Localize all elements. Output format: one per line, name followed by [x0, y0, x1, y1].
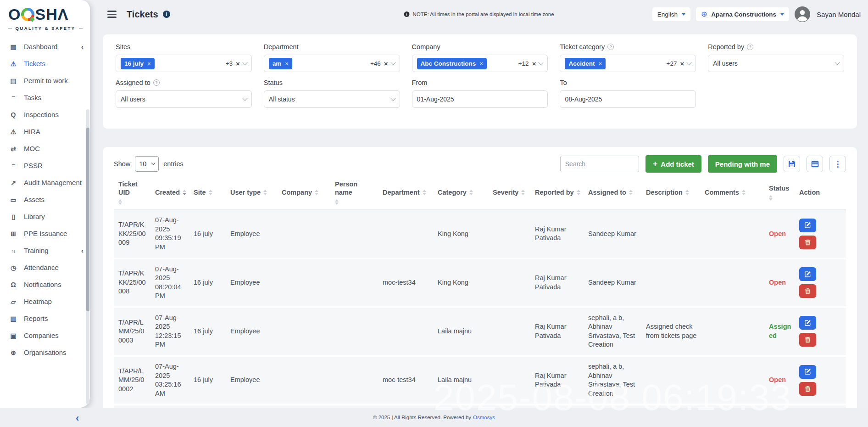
sidebar-item-attendance[interactable]: ◷Attendance: [0, 259, 90, 276]
sort-icon: [335, 199, 339, 205]
clear-icon[interactable]: ×: [680, 60, 684, 67]
show-label: Show: [114, 160, 130, 168]
ticket-category-multiselect[interactable]: Accident × +27 ×: [560, 55, 696, 72]
sidebar-item-ppe-issuance[interactable]: ⊞PPE Issuance: [0, 225, 90, 242]
column-header-severity[interactable]: Severity: [493, 188, 528, 197]
pending-with-me-button[interactable]: Pending with me: [708, 155, 777, 173]
dashboard-icon: ▦: [9, 43, 17, 51]
chip-close-icon[interactable]: ×: [147, 60, 151, 67]
cell-assigned_to: sephali, a b, Abhinav Srivastava, Test C…: [588, 362, 639, 398]
from-date-input-box[interactable]: [412, 90, 548, 108]
chip-close-icon[interactable]: ×: [285, 60, 289, 67]
sidebar-item-tasks[interactable]: ≡Tasks: [0, 89, 90, 106]
sidebar-item-assets[interactable]: ▭Assets: [0, 191, 90, 208]
sidebar-collapse-chevron-icon[interactable]: ‹: [76, 413, 79, 423]
delete-ticket-button[interactable]: [799, 284, 816, 298]
column-header-company[interactable]: Company: [282, 188, 328, 197]
filter-chip[interactable]: Accident ×: [565, 58, 606, 69]
sidebar-item-audit-management[interactable]: ↗Audit Management: [0, 174, 90, 191]
avatar[interactable]: [795, 6, 810, 22]
department-multiselect[interactable]: am × +46 ×: [264, 55, 400, 72]
sidebar-item-training[interactable]: ∩Training‹: [0, 242, 90, 259]
column-settings-button[interactable]: [807, 156, 823, 172]
page-size-select[interactable]: 10: [135, 156, 159, 172]
to-date-input-box[interactable]: [560, 90, 696, 108]
more-count: +3: [226, 60, 233, 67]
column-header-person_name[interactable]: Person name: [335, 180, 375, 205]
caret-down-icon: [682, 13, 685, 16]
cell-category: King Kong: [438, 230, 485, 239]
assigned-to-select[interactable]: All users: [116, 90, 252, 108]
page-size-control: Show 10 entries: [114, 156, 184, 172]
edit-ticket-button[interactable]: [799, 267, 816, 281]
search-input[interactable]: [560, 156, 639, 172]
osmosys-link[interactable]: Osmosys: [473, 415, 495, 420]
filter-chip[interactable]: 16 july ×: [121, 58, 155, 69]
company-multiselect[interactable]: Abc Constructions × +12 ×: [412, 55, 548, 72]
chip-close-icon[interactable]: ×: [598, 60, 602, 67]
user-name[interactable]: Sayan Mondal: [817, 11, 861, 18]
status-select[interactable]: All status: [264, 90, 400, 108]
add-ticket-button[interactable]: Add ticket: [645, 155, 701, 173]
filter-reported-by-label: Reported by: [708, 43, 844, 51]
delete-ticket-button[interactable]: [799, 333, 816, 347]
column-header-uid[interactable]: Ticket UID: [118, 180, 148, 205]
help-icon[interactable]: [153, 79, 160, 86]
help-icon[interactable]: [747, 44, 753, 50]
sidebar-item-hira[interactable]: ⚠HIRA: [0, 123, 90, 140]
sidebar-item-label: Permit to work: [24, 77, 68, 84]
column-header-comments[interactable]: Comments: [705, 188, 762, 197]
cell-reported_by: Raj Kumar Pativada: [535, 225, 581, 243]
column-header-assigned_to[interactable]: Assigned to: [588, 188, 639, 197]
sidebar-item-notifications[interactable]: ΩNotifications: [0, 276, 90, 293]
sidebar-item-library[interactable]: ▯Library: [0, 208, 90, 225]
clear-icon[interactable]: ×: [384, 60, 388, 67]
sidebar-item-tickets[interactable]: ⚠Tickets: [0, 55, 90, 72]
sidebar-item-heatmap[interactable]: ▱Heatmap: [0, 293, 90, 310]
delete-ticket-button[interactable]: [799, 382, 816, 396]
column-header-category[interactable]: Category: [438, 188, 485, 197]
column-header-department[interactable]: Department: [383, 188, 430, 197]
sidebar-scrollbar[interactable]: [86, 109, 89, 404]
topbar: Tickets NOTE: All times in the portal ar…: [90, 0, 868, 28]
filter-chip[interactable]: am ×: [269, 58, 292, 69]
column-header-reported_by[interactable]: Reported by: [535, 188, 581, 197]
clear-icon[interactable]: ×: [532, 60, 536, 67]
column-header-status[interactable]: Status: [769, 184, 792, 201]
clear-icon[interactable]: ×: [236, 60, 240, 67]
filter-from-label: From: [412, 79, 548, 86]
column-header-site[interactable]: Site: [194, 188, 223, 197]
filter-chip[interactable]: Abc Constructions ×: [417, 58, 487, 69]
more-options-button[interactable]: [829, 156, 846, 172]
edit-ticket-button[interactable]: [799, 365, 816, 379]
help-icon[interactable]: [607, 44, 614, 50]
delete-ticket-button[interactable]: [799, 236, 816, 249]
sidebar-item-label: MOC: [24, 145, 40, 152]
sidebar-item-dashboard[interactable]: ▦Dashboard‹: [0, 38, 90, 55]
sidebar-item-permit-to-work[interactable]: ▤Permit to work: [0, 72, 90, 89]
filter-assigned-to-label: Assigned to: [116, 79, 252, 86]
sidebar-item-organisations[interactable]: ⊕Organisations: [0, 344, 90, 361]
chevron-down-icon: [835, 60, 840, 65]
sidebar-item-moc[interactable]: ⇄MOC: [0, 140, 90, 157]
reported-by-select[interactable]: All users: [708, 55, 844, 72]
sites-multiselect[interactable]: 16 july × +3 ×: [116, 55, 252, 72]
sidebar-item-reports[interactable]: ▥Reports: [0, 310, 90, 327]
export-save-button[interactable]: [784, 156, 800, 172]
bar-chart-icon: ▥: [9, 315, 17, 322]
column-header-user_type[interactable]: User type: [230, 188, 274, 197]
to-date-input[interactable]: [565, 96, 691, 103]
chip-close-icon[interactable]: ×: [479, 60, 483, 67]
hamburger-menu-icon[interactable]: [107, 11, 117, 18]
sidebar-item-inspections[interactable]: QInspections: [0, 106, 90, 123]
sidebar-item-companies[interactable]: ▣Companies: [0, 327, 90, 344]
info-icon[interactable]: [163, 11, 170, 18]
column-header-created[interactable]: Created: [155, 188, 186, 197]
edit-ticket-button[interactable]: [799, 316, 816, 330]
organisation-select[interactable]: ⊕ Aparna Constructions: [696, 7, 789, 21]
from-date-input[interactable]: [417, 96, 543, 103]
sidebar-item-pssr[interactable]: ≡PSSR: [0, 157, 90, 174]
column-header-description[interactable]: Description: [646, 188, 697, 197]
edit-ticket-button[interactable]: [799, 219, 816, 232]
language-select[interactable]: English: [652, 7, 690, 21]
